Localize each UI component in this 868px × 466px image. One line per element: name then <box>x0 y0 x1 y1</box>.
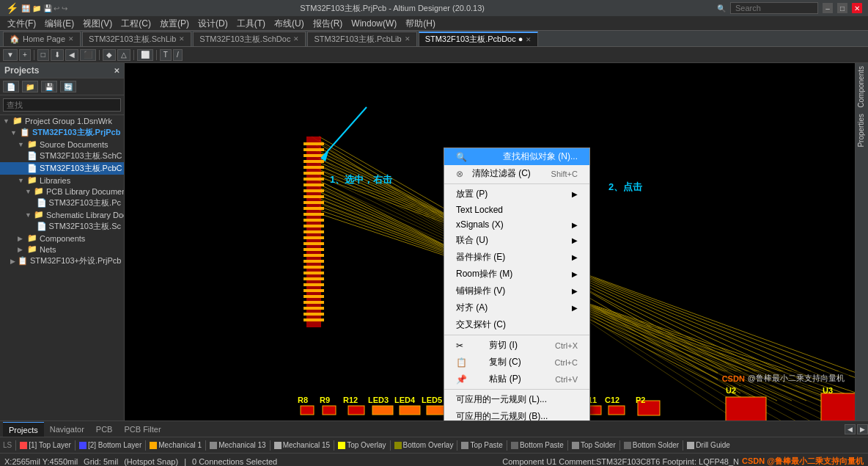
tab-pcbdoc[interactable]: STM32F103主板.PcbDoc ● ✕ <box>419 32 539 46</box>
ctx-find-similar[interactable]: 🔍 查找相似对象 (N)... <box>444 148 589 165</box>
tab-pcblib-close[interactable]: ✕ <box>405 35 411 43</box>
tree-item-schc[interactable]: 📄 STM32F103主板.SchC <box>0 150 124 162</box>
toolbar-down-btn[interactable]: ⬇ <box>51 49 64 61</box>
ctx-place[interactable]: 放置 (P) ▶ <box>444 186 589 203</box>
toolbar-rect-btn[interactable]: □ <box>37 49 49 61</box>
menu-project[interactable]: 工程(C) <box>117 16 155 31</box>
layer-item-mech15[interactable]: Mechanical 15 <box>274 441 330 449</box>
toolbar-add-btn[interactable]: + <box>19 49 31 61</box>
ctx-paste[interactable]: 📌 粘贴 (P) Ctrl+V <box>444 371 589 387</box>
toolbar-text-btn[interactable]: T <box>160 49 172 61</box>
tree-item-nets[interactable]: ▶ 📁 Nets <box>0 244 124 255</box>
tree-arrow: ▼ <box>18 141 25 148</box>
ctx-xsignals[interactable]: xSignals (X) ▶ <box>444 217 589 232</box>
tab-schlib[interactable]: STM32F103主板.SchLib ✕ <box>82 32 191 46</box>
panel-save-btn[interactable]: 💾 <box>41 81 57 92</box>
panel-open-btn[interactable]: 📁 <box>22 81 38 92</box>
bottom-tab-navigator[interactable]: Navigator <box>44 422 90 437</box>
toolbar-left-btn[interactable]: ◀ <box>65 49 78 61</box>
toolbar-line-btn[interactable]: / <box>173 49 183 61</box>
tree-item-libraries[interactable]: ▼ 📁 Libraries <box>0 175 124 186</box>
ctx-binary-rule[interactable]: 可应用的二元规则 (B)... <box>444 408 589 421</box>
status-coords: X:2565mil Y:4550mil <box>4 457 78 466</box>
ctx-cut[interactable]: ✂ 剪切 (I) Ctrl+X <box>444 337 589 354</box>
layer-item-bottom[interactable]: [2] Bottom Layer <box>79 441 141 449</box>
svg-rect-38 <box>304 154 324 157</box>
title-search-input[interactable] <box>730 2 818 14</box>
ctx-cross-probe[interactable]: 交叉探针 (C) <box>444 316 589 333</box>
tree-item-pcb-file[interactable]: 📄 STM32F103主板.Pc <box>0 197 124 209</box>
tree-item-pcbc[interactable]: 📄 STM32F103主板.PcbC <box>0 162 124 175</box>
ctx-room-ops[interactable]: Room操作 (M) ▶ <box>444 266 589 283</box>
tree-item-ext-prj[interactable]: ▶ 📋 STM32F103+外设.PrjPcb <box>0 255 124 267</box>
scroll-left-btn[interactable]: ◀ <box>845 424 856 434</box>
toolbar-filter-btn[interactable]: ▼ <box>3 49 18 61</box>
menu-edit[interactable]: 编辑(E) <box>40 16 78 31</box>
pcb-canvas[interactable]: 1、选中，右击 2、点击 R8 R9 R12 LED3 LED4 LED5 C8… <box>125 63 855 421</box>
layer-item-drill-guide[interactable]: Drill Guide <box>687 441 730 449</box>
tree-item-sch-file[interactable]: 📄 STM32F103主板.Sc <box>0 220 124 233</box>
project-search-input[interactable] <box>3 98 121 112</box>
ctx-clear-filter[interactable]: ⊗ 清除过滤器 (C) Shift+C <box>444 165 589 182</box>
layer-item-bot-paste[interactable]: Bottom Paste <box>511 441 564 449</box>
layer-item-bot-overlay[interactable]: Bottom Overlay <box>394 441 454 449</box>
tree-item-group[interactable]: ▼ 📁 Project Group 1.DsnWrk <box>0 115 124 126</box>
tree-item-pcblib-doc[interactable]: ▼ 📁 PCB Library Documen <box>0 186 124 197</box>
tab-pcblib[interactable]: STM32F103主板.PcbLib ✕ <box>307 32 416 46</box>
menu-place[interactable]: 放置(P) <box>155 16 194 31</box>
toolbar-tri-btn[interactable]: △ <box>117 49 130 61</box>
ctx-component-ops[interactable]: 器件操作 (E) ▶ <box>444 249 589 266</box>
menu-design[interactable]: 设计(D) <box>194 16 232 31</box>
panel-refresh-btn[interactable]: 🔄 <box>60 81 76 92</box>
ctx-text-locked[interactable]: Text Locked <box>444 203 589 217</box>
tab-schdoc-close[interactable]: ✕ <box>293 35 299 43</box>
ctx-union[interactable]: 联合 (U) ▶ <box>444 232 589 249</box>
tree-item-schlib-doc[interactable]: ▼ 📁 Schematic Library Doc <box>0 209 124 220</box>
tab-pcbdoc-close[interactable]: ✕ <box>526 36 532 43</box>
layer-item-top[interactable]: [1] Top Layer <box>20 441 71 449</box>
tab-home-close[interactable]: ✕ <box>68 35 74 43</box>
ctx-align[interactable]: 对齐 (A) ▶ <box>444 299 589 316</box>
menu-tools[interactable]: 工具(T) <box>232 16 270 31</box>
toolbar-fill-btn[interactable]: ⬛ <box>80 49 96 61</box>
layer-item-top-overlay[interactable]: Top Overlay <box>338 441 386 449</box>
scroll-right-btn[interactable]: ▶ <box>857 424 868 434</box>
bottom-tab-pcb[interactable]: PCB <box>90 422 119 437</box>
bottom-tab-pcb-filter[interactable]: PCB Filter <box>118 422 166 437</box>
ctx-copper-ops[interactable]: 铺铜操作 (V) ▶ <box>444 283 589 299</box>
tree-item-prjpcb[interactable]: ▼ 📋 STM32F103主板.PrjPcb <box>0 126 124 139</box>
menu-route[interactable]: 布线(U) <box>270 16 309 31</box>
layer-item-top-paste[interactable]: Top Paste <box>461 441 502 449</box>
menu-window[interactable]: Window(W) <box>347 16 401 31</box>
tree-item-source[interactable]: ▼ 📁 Source Documents <box>0 139 124 150</box>
bottom-tab-projects[interactable]: Projects <box>3 422 44 437</box>
search-icon: 🔍 <box>717 4 726 12</box>
maximize-button[interactable]: □ <box>837 3 847 13</box>
panel-new-btn[interactable]: 📄 <box>3 81 19 92</box>
tab-home-icon: 🏠 <box>10 34 20 44</box>
right-panel-label-properties[interactable]: Properties <box>856 111 868 150</box>
tab-schdoc[interactable]: STM32F103主板.SchDoc ✕ <box>193 32 306 46</box>
menu-report[interactable]: 报告(R) <box>309 16 347 31</box>
tab-home[interactable]: 🏠 Home Page ✕ <box>3 32 81 46</box>
minimize-button[interactable]: – <box>823 3 833 13</box>
menu-file[interactable]: 文件(F) <box>3 16 40 31</box>
toolbar-square-btn[interactable]: ⬜ <box>137 49 153 61</box>
tree-item-components[interactable]: ▶ 📁 Components <box>0 233 124 244</box>
menu-view[interactable]: 视图(V) <box>78 16 117 31</box>
ctx-unary-rule[interactable]: 可应用的一元规则 (L)... <box>444 391 589 408</box>
tab-schlib-close[interactable]: ✕ <box>179 35 185 43</box>
svg-rect-56 <box>304 260 324 263</box>
status-sep: | <box>184 457 186 466</box>
close-button[interactable]: ✕ <box>852 3 862 13</box>
layer-item-mech1[interactable]: Mechanical 1 <box>150 441 202 449</box>
toolbar-diamond-btn[interactable]: ◆ <box>103 49 116 61</box>
layer-item-top-solder[interactable]: Top Solder <box>572 441 616 449</box>
layer-item-bot-solder[interactable]: Bottom Solder <box>624 441 679 449</box>
layer-item-mech13[interactable]: Mechanical 13 <box>210 441 265 449</box>
menu-help[interactable]: 帮助(H) <box>401 16 440 31</box>
panel-close-icon[interactable]: ✕ <box>114 67 119 75</box>
ctx-copy[interactable]: 📋 复制 (C) Ctrl+C <box>444 354 589 371</box>
right-panel-label-components[interactable]: Components <box>856 63 868 111</box>
layer-bottom-label: [2] Bottom Layer <box>88 441 141 449</box>
